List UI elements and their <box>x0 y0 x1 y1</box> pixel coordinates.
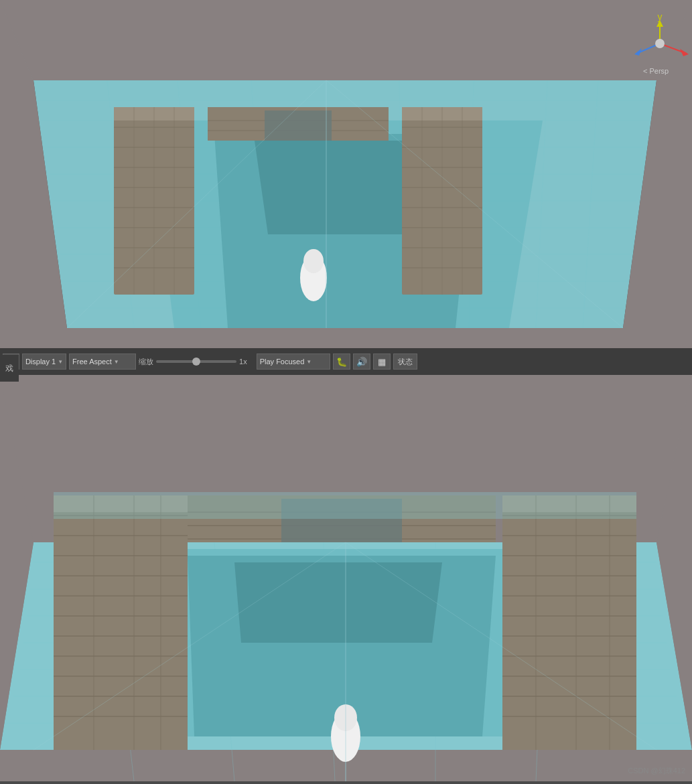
svg-rect-112 <box>502 495 636 750</box>
scale-value: 1x <box>239 358 247 366</box>
svg-rect-26 <box>0 328 692 348</box>
svg-rect-59 <box>265 110 332 141</box>
stats-label: 状态 <box>398 357 413 367</box>
game-tab-label[interactable]: 戏 <box>5 363 13 374</box>
play-focused-label: Play Focused <box>260 358 305 366</box>
grid-button[interactable]: ▦ <box>373 354 391 370</box>
scale-slider-thumb[interactable] <box>192 358 200 366</box>
toolbar: ▼ Display 1 ▼ Free Aspect ▼ 缩放 1x Play F… <box>0 348 692 375</box>
svg-point-72 <box>655 39 665 48</box>
svg-text:< Persp: < Persp <box>643 67 669 75</box>
audio-button[interactable]: 🔊 <box>353 354 370 370</box>
display-label: Display 1 <box>25 358 56 366</box>
bug-button[interactable]: 🐛 <box>333 354 350 370</box>
watermark-text: CSDN @幻珠412 <box>628 767 685 775</box>
scale-label: 缩放 <box>139 357 153 367</box>
play-focused-chevron-icon: ▼ <box>306 359 312 365</box>
aspect-chevron-icon: ▼ <box>114 359 119 365</box>
scale-slider-track[interactable] <box>156 360 236 363</box>
scale-slider-container <box>156 360 236 363</box>
viewport-bottom[interactable]: CSDN @幻珠412 <box>0 375 692 781</box>
svg-marker-90 <box>0 375 692 509</box>
svg-rect-133 <box>54 492 636 519</box>
stats-button[interactable]: 状态 <box>393 354 417 370</box>
play-focused-dropdown[interactable]: Play Focused ▼ <box>257 354 330 370</box>
audio-icon: 🔊 <box>356 357 367 367</box>
watermark: CSDN @幻珠412 <box>628 766 685 776</box>
svg-marker-95 <box>234 562 442 643</box>
viewport-top[interactable]: y < Persp <box>0 0 692 348</box>
svg-rect-96 <box>54 495 188 750</box>
svg-point-61 <box>303 249 324 273</box>
display-dropdown[interactable]: Display 1 ▼ <box>22 354 66 370</box>
grid-icon: ▦ <box>378 357 386 367</box>
bug-icon: 🐛 <box>336 357 347 367</box>
aspect-label: Free Aspect <box>72 358 112 366</box>
display-chevron-icon: ▼ <box>58 359 63 365</box>
svg-marker-25 <box>0 0 692 80</box>
aspect-dropdown[interactable]: Free Aspect ▼ <box>69 354 136 370</box>
